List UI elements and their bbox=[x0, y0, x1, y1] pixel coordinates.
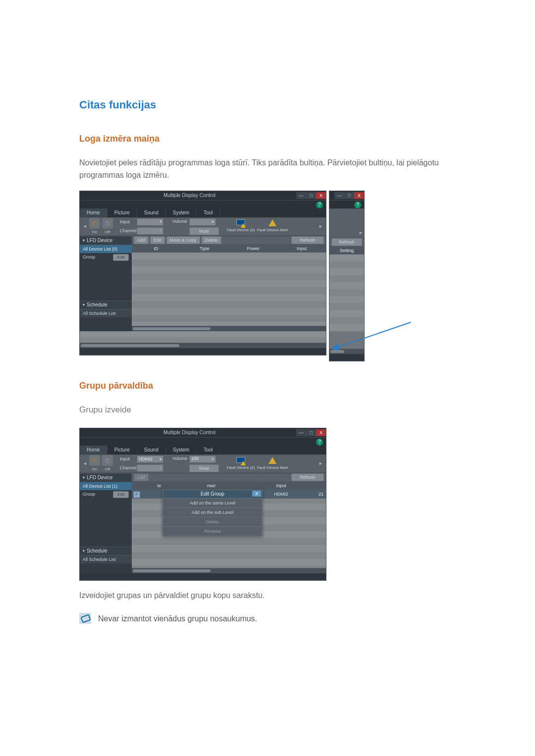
power-on-label-2: On bbox=[89, 466, 100, 472]
sidebar-lfd[interactable]: ▾LFD Device bbox=[80, 236, 132, 245]
mute-button-2[interactable]: Mute bbox=[189, 464, 219, 472]
input-select-2[interactable]: HDMI2▾ bbox=[137, 455, 163, 463]
close-button[interactable]: X bbox=[316, 192, 326, 199]
resize-paragraph: Novietojiet peles rādītāju programmas lo… bbox=[79, 157, 456, 182]
toolbar-2: ◄ On Off InputHDMI2▾ Channel÷ bbox=[80, 455, 326, 473]
small-close[interactable]: X bbox=[354, 192, 364, 199]
heading-resize: Loga izmēra maiņa bbox=[79, 132, 456, 146]
power-off-2[interactable] bbox=[102, 455, 113, 466]
group-edit-button-2[interactable]: Edit bbox=[113, 491, 129, 498]
group-edit-button[interactable]: Edit bbox=[113, 254, 129, 261]
tab-sound-2[interactable]: Sound bbox=[137, 446, 166, 454]
input-label-2: Input bbox=[120, 456, 136, 463]
popup-add-same[interactable]: Add on the same Level bbox=[163, 498, 262, 507]
tab-sound[interactable]: Sound bbox=[137, 208, 166, 217]
note-row: Nevar izmantot vienādus grupu nosaukumus… bbox=[79, 613, 456, 625]
delete-button[interactable]: Delete bbox=[202, 236, 221, 244]
titlebar: Multiple Display Control — □ X bbox=[80, 191, 326, 201]
popup-close-button[interactable]: X bbox=[252, 491, 261, 497]
window-title-2: Multiple Display Control bbox=[83, 429, 296, 437]
channel-stepper[interactable]: ÷ bbox=[137, 227, 163, 235]
volume-input-2[interactable]: 100▸ bbox=[189, 455, 216, 463]
small-refresh[interactable]: Refresh bbox=[331, 238, 362, 246]
power-off-button[interactable] bbox=[102, 218, 113, 229]
sidebar-all-devices[interactable]: All Device List (0) bbox=[80, 245, 132, 253]
channel-stepper-2[interactable]: ÷ bbox=[137, 464, 163, 472]
tab-tool-2[interactable]: Tool bbox=[197, 446, 220, 454]
tab-picture[interactable]: Picture bbox=[107, 208, 137, 217]
tab-system-2[interactable]: System bbox=[166, 446, 197, 454]
popup-title: Edit Group X bbox=[163, 490, 262, 498]
fault-device-2: Fault Device (2) bbox=[227, 457, 255, 471]
device-grid bbox=[132, 252, 326, 326]
power-off-label: Off bbox=[102, 229, 113, 235]
heading-group-mgmt: Grupu pārvaldība bbox=[79, 379, 456, 393]
sidebar-all-schedule[interactable]: All Schedule List bbox=[80, 309, 132, 317]
sidebar-all-devices-2[interactable]: All Device List (1) bbox=[80, 482, 132, 490]
h-scrollbar-2[interactable] bbox=[80, 343, 326, 348]
power-on-button[interactable] bbox=[89, 218, 100, 229]
minimize-button[interactable]: — bbox=[296, 192, 306, 199]
edit-group-popup: Edit Group X Add on the same Level Add o… bbox=[162, 490, 263, 536]
help-icon-2[interactable]: ? bbox=[316, 439, 323, 446]
power-on-2[interactable] bbox=[89, 455, 100, 466]
h-scrollbar[interactable] bbox=[132, 326, 326, 331]
tab-tool[interactable]: Tool bbox=[197, 208, 220, 217]
volume-label: Volume bbox=[172, 218, 188, 225]
statusbar bbox=[80, 348, 326, 355]
small-maximize[interactable]: □ bbox=[344, 192, 354, 199]
channel-label: Channel bbox=[120, 228, 136, 235]
sidebar-schedule[interactable]: ▾Schedule bbox=[80, 301, 132, 309]
add-button-2[interactable]: Add bbox=[134, 473, 149, 481]
small-minimize[interactable]: — bbox=[334, 192, 344, 199]
maximize-button[interactable]: □ bbox=[306, 192, 316, 199]
h-scrollbar-3[interactable] bbox=[132, 568, 326, 573]
input-select[interactable]: ▾ bbox=[137, 218, 163, 226]
sidebar-schedule-2[interactable]: ▾Schedule bbox=[80, 547, 132, 555]
mute-button[interactable]: Mute bbox=[189, 227, 219, 235]
fault-device: Fault Device (0) bbox=[227, 219, 255, 233]
main-area: Add Edit Move & Copy Delete Refresh ID T… bbox=[132, 236, 326, 331]
note-icon bbox=[79, 613, 91, 624]
toolbar: ◄ On Off Input▾ Channel÷ bbox=[80, 218, 326, 236]
group-label-2: Group bbox=[83, 491, 95, 498]
window-title: Multiple Display Control bbox=[83, 192, 296, 200]
resize-arrow-icon bbox=[324, 321, 413, 361]
popup-delete[interactable]: Delete bbox=[163, 517, 262, 526]
page-title: Citas funkcijas bbox=[79, 97, 456, 113]
power-on-label: On bbox=[89, 229, 100, 235]
add-button[interactable]: Add bbox=[134, 236, 149, 244]
group-screenshot: Multiple Display Control — □ X ? Home Pi… bbox=[79, 428, 456, 581]
channel-label-2: Channel bbox=[120, 465, 136, 472]
fault-alert-2: Fault Device Alert bbox=[257, 457, 288, 471]
input-label: Input bbox=[120, 219, 136, 226]
close-button-2[interactable]: X bbox=[316, 429, 326, 436]
small-titlebar: — □ X bbox=[329, 191, 364, 201]
volume-input[interactable]: ▸ bbox=[189, 218, 216, 226]
edit-button[interactable]: Edit bbox=[150, 236, 165, 244]
movecopy-button[interactable]: Move & Copy bbox=[166, 236, 200, 244]
tab-system[interactable]: System bbox=[166, 208, 197, 217]
sidebar-lfd-2[interactable]: ▾LFD Device bbox=[80, 473, 132, 482]
maximize-button-2[interactable]: □ bbox=[306, 429, 316, 436]
titlebar2: Multiple Display Control — □ X bbox=[80, 428, 326, 438]
heading-group-create: Grupu izveide bbox=[79, 403, 456, 416]
popup-rename[interactable]: Rename bbox=[163, 526, 262, 536]
minimize-button-2[interactable]: — bbox=[296, 429, 306, 436]
sidebar-group-row: Group Edit bbox=[80, 253, 132, 262]
help-icon[interactable]: ? bbox=[316, 202, 323, 208]
tab-home[interactable]: Home bbox=[80, 208, 107, 217]
tab-home-2[interactable]: Home bbox=[80, 446, 107, 454]
popup-add-sub[interactable]: Add on the sub Level bbox=[163, 507, 262, 517]
power-off-label-2: Off bbox=[102, 466, 113, 472]
column-headers: ID Type Power Input bbox=[132, 245, 326, 252]
tab-picture-2[interactable]: Picture bbox=[107, 446, 137, 454]
refresh-button[interactable]: Refresh bbox=[291, 236, 324, 244]
small-help-icon[interactable]: ? bbox=[354, 202, 361, 208]
row-checkbox[interactable]: ✓ bbox=[133, 491, 140, 498]
row-num: 21 bbox=[316, 490, 326, 499]
refresh-button-2[interactable]: Refresh bbox=[291, 473, 324, 481]
group-paragraph: Izveidojiet grupas un pārvaldiet grupu k… bbox=[79, 590, 456, 602]
sidebar-all-schedule-2[interactable]: All Schedule List bbox=[80, 555, 132, 563]
sidebar: ▾LFD Device All Device List (0) Group Ed… bbox=[80, 236, 132, 331]
